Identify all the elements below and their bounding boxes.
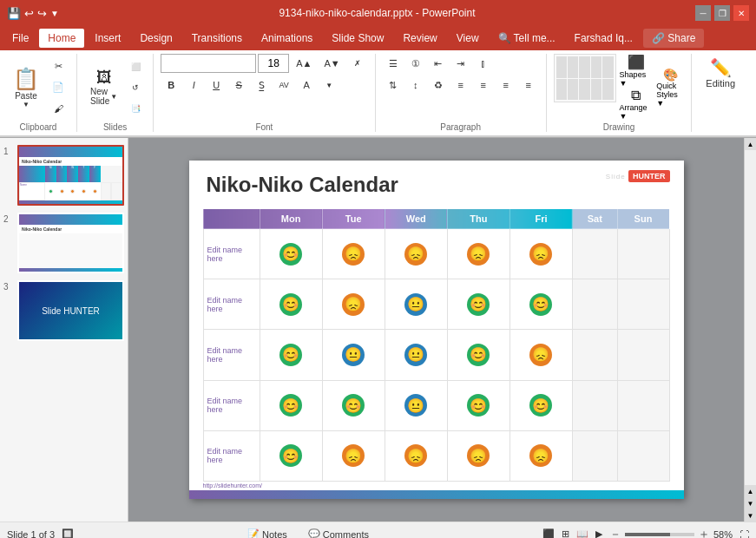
- shapes-button[interactable]: ⬛ Shapes ▼: [620, 54, 654, 88]
- cell-4-2[interactable]: 😊: [322, 380, 385, 430]
- cell-4-4[interactable]: 😊: [447, 380, 509, 430]
- smiley-sad[interactable]: 😞: [404, 444, 427, 467]
- cell-3-7[interactable]: [617, 330, 669, 380]
- smiley-happy[interactable]: 😊: [279, 444, 302, 467]
- cell-2-5[interactable]: 😊: [509, 279, 572, 330]
- smiley-neutral[interactable]: 😐: [404, 394, 427, 417]
- cell-2-4[interactable]: 😊: [447, 279, 509, 330]
- cell-1-1[interactable]: 😊: [260, 229, 322, 279]
- cell-5-2[interactable]: 😞: [322, 430, 385, 481]
- text-direction-button[interactable]: ⇅: [383, 75, 404, 95]
- cell-4-7[interactable]: [617, 380, 669, 430]
- cell-2-2[interactable]: 😞: [322, 279, 385, 330]
- smiley-happy[interactable]: 😊: [279, 243, 302, 266]
- smiley-happy[interactable]: 😊: [279, 344, 302, 366]
- bullets-button[interactable]: ☰: [383, 54, 404, 73]
- slide-thumb-img-1[interactable]: Niko-Niko Calendar M T W T F Name: [17, 145, 124, 206]
- notes-button[interactable]: 📝 Notes: [240, 527, 294, 538]
- section-button[interactable]: 📑: [125, 99, 146, 118]
- slideshow-button[interactable]: ▶: [595, 528, 602, 538]
- menu-view[interactable]: View: [448, 29, 488, 48]
- increase-indent-button[interactable]: ⇥: [450, 54, 471, 73]
- justify-button[interactable]: ≡: [518, 75, 539, 95]
- cell-2-3[interactable]: 😐: [385, 279, 447, 330]
- new-slide-button[interactable]: 🖼 NewSlide ▼: [84, 57, 123, 118]
- slide-canvas[interactable]: Niko-Niko Calendar Slide HUNTER Mon Tue …: [189, 161, 684, 499]
- quick-styles-button[interactable]: 🎨 QuickStyles ▼: [656, 54, 684, 121]
- menu-slideshow[interactable]: Slide Show: [323, 29, 392, 48]
- decrease-font-button[interactable]: A▼: [319, 54, 345, 73]
- smiley-sad[interactable]: 😞: [342, 243, 365, 266]
- cell-5-3[interactable]: 😞: [385, 430, 447, 481]
- vertical-scrollbar[interactable]: ▲ ▲ ▼ ▼: [744, 138, 756, 522]
- menu-design[interactable]: Design: [131, 29, 181, 48]
- zoom-level[interactable]: 58%: [713, 529, 733, 539]
- menu-insert[interactable]: Insert: [86, 29, 129, 48]
- menu-transitions[interactable]: Transitions: [183, 29, 251, 48]
- scroll-up-button[interactable]: ▲: [745, 138, 757, 150]
- cell-3-6[interactable]: [573, 330, 617, 380]
- bold-button[interactable]: B: [161, 75, 181, 95]
- close-button[interactable]: ✕: [733, 5, 749, 21]
- align-center-button[interactable]: ≡: [473, 75, 494, 95]
- cell-5-5[interactable]: 😞: [509, 430, 572, 481]
- menu-share[interactable]: 🔗 Share: [643, 29, 704, 48]
- zoom-in-button[interactable]: ＋: [698, 527, 710, 539]
- slide-thumb-img-3[interactable]: Slide HUNTER: [17, 280, 124, 341]
- cut-button[interactable]: ✂: [47, 57, 69, 76]
- menu-animations[interactable]: Animations: [253, 29, 321, 48]
- cell-5-4[interactable]: 😞: [447, 430, 509, 481]
- calendar-table[interactable]: Mon Tue Wed Thu Fri Sat Sun Edit name he…: [203, 208, 670, 482]
- fontcolor-button[interactable]: A: [296, 75, 317, 95]
- cell-2-1[interactable]: 😊: [260, 279, 322, 330]
- fit-page-button[interactable]: ⛶: [740, 529, 749, 539]
- slide-title[interactable]: Niko-Niko Calendar: [207, 173, 398, 197]
- format-painter-button[interactable]: 🖌: [47, 99, 69, 118]
- row-5-name[interactable]: Edit name here: [203, 430, 260, 481]
- cell-3-1[interactable]: 😊: [260, 330, 322, 380]
- fit-slide-icon[interactable]: 🔲: [62, 528, 74, 538]
- row-3-name[interactable]: Edit name here: [203, 330, 260, 380]
- reset-button[interactable]: ↺: [125, 78, 146, 97]
- smiley-neutral[interactable]: 😐: [404, 344, 427, 366]
- smiley-happy[interactable]: 😊: [467, 344, 490, 366]
- cell-5-1[interactable]: 😊: [260, 430, 322, 481]
- cell-4-1[interactable]: 😊: [260, 380, 322, 430]
- canvas-area[interactable]: Niko-Niko Calendar Slide HUNTER Mon Tue …: [128, 138, 744, 522]
- cell-5-7[interactable]: [617, 430, 669, 481]
- convert-smartart-button[interactable]: ♻: [428, 75, 449, 95]
- zoom-slider[interactable]: [625, 533, 694, 536]
- smiley-sad[interactable]: 😞: [467, 444, 490, 467]
- strikethrough-button[interactable]: S: [228, 75, 249, 95]
- smiley-sad[interactable]: 😞: [529, 344, 552, 366]
- cell-2-6[interactable]: [573, 279, 617, 330]
- smiley-sad[interactable]: 😞: [529, 243, 552, 266]
- cell-3-2[interactable]: 😐: [322, 330, 385, 380]
- menu-account[interactable]: Farshad Iq...: [566, 29, 641, 48]
- arrange-button[interactable]: ⧉ Arrange ▼: [620, 88, 654, 121]
- columns-button[interactable]: ⫿: [473, 54, 494, 73]
- smiley-happy[interactable]: 😊: [529, 394, 552, 417]
- decrease-indent-button[interactable]: ⇤: [428, 54, 449, 73]
- slide-thumb-1[interactable]: 1 Niko-Niko Calendar M T W T F: [3, 145, 124, 206]
- row-4-name[interactable]: Edit name here: [203, 380, 260, 430]
- redo-icon[interactable]: ↪: [37, 7, 47, 20]
- menu-tellme[interactable]: 🔍Tell me...: [490, 29, 564, 48]
- minimize-button[interactable]: ─: [695, 5, 711, 21]
- slide-sorter-button[interactable]: ⊞: [562, 528, 569, 538]
- smiley-happy[interactable]: 😊: [467, 394, 490, 417]
- clear-format-button[interactable]: ✗: [347, 54, 368, 73]
- cell-4-5[interactable]: 😊: [509, 380, 572, 430]
- smiley-happy[interactable]: 😊: [529, 293, 552, 316]
- font-size-input[interactable]: [258, 54, 289, 73]
- align-text-button[interactable]: ↕: [405, 75, 426, 95]
- save-icon[interactable]: 💾: [7, 7, 21, 20]
- cell-3-3[interactable]: 😐: [385, 330, 447, 380]
- italic-button[interactable]: I: [183, 75, 204, 95]
- cell-1-6[interactable]: [573, 229, 617, 279]
- smiley-sad[interactable]: 😞: [342, 444, 365, 467]
- reading-view-button[interactable]: 📖: [576, 528, 588, 538]
- cell-3-4[interactable]: 😊: [447, 330, 509, 380]
- paste-button[interactable]: 📋 Paste ▼: [7, 54, 45, 121]
- restore-button[interactable]: ❐: [714, 5, 730, 21]
